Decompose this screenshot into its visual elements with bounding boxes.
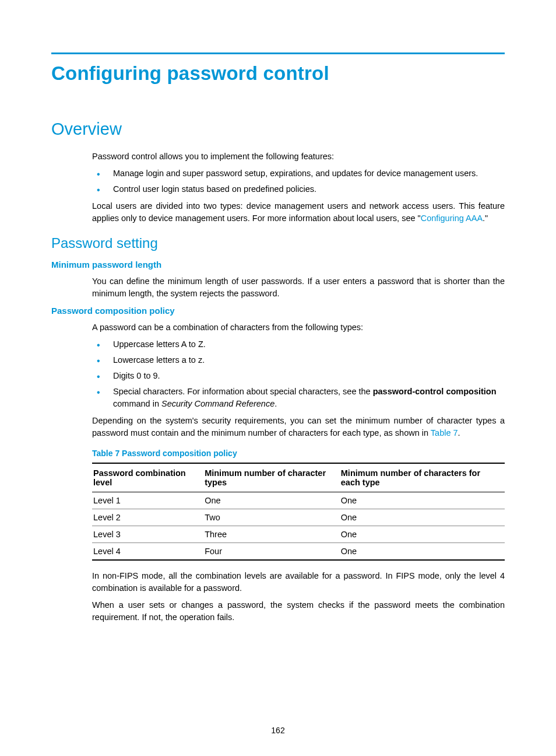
cell-level: Level 4 xyxy=(92,543,203,561)
password-setting-heading: Password setting xyxy=(51,235,505,251)
cell-chars: One xyxy=(340,492,505,509)
composition-after2: When a user sets or changes a password, … xyxy=(92,599,505,624)
overview-intro: Password control allows you to implement… xyxy=(92,150,505,163)
text: . xyxy=(458,428,460,438)
table-row: Level 4 Four One xyxy=(92,543,505,561)
cell-level: Level 1 xyxy=(92,492,203,509)
min-length-para: You can define the minimum length of use… xyxy=(92,275,505,300)
cell-types: Four xyxy=(203,543,340,561)
list-item: Digits 0 to 9. xyxy=(92,370,505,382)
overview-heading: Overview xyxy=(51,120,505,139)
table-row: Level 1 One One xyxy=(92,492,505,509)
list-item: Uppercase letters A to Z. xyxy=(92,338,505,351)
page-number: 162 xyxy=(0,726,556,735)
composition-bullets: Uppercase letters A to Z. Lowercase lett… xyxy=(92,338,505,410)
table-header: Minimum number of characters for each ty… xyxy=(340,463,505,492)
min-length-heading: Minimum password length xyxy=(51,260,505,270)
text: ." xyxy=(483,214,488,223)
table-header: Minimum number of character types xyxy=(203,463,340,492)
bold-text: password-control composition xyxy=(373,387,497,396)
list-item: Control user login status based on prede… xyxy=(92,183,505,195)
text: Special characters. For information abou… xyxy=(113,387,373,396)
italic-text: Security Command Reference xyxy=(161,399,275,408)
list-item: Lowercase letters a to z. xyxy=(92,354,505,366)
link-configuring-aaa[interactable]: Configuring AAA xyxy=(421,214,483,223)
overview-para2: Local users are divided into two types: … xyxy=(92,200,505,225)
cell-level: Level 2 xyxy=(92,509,203,526)
text: command in xyxy=(113,399,161,408)
cell-level: Level 3 xyxy=(92,526,203,543)
table-row: Level 3 Three One xyxy=(92,526,505,543)
page-title: Configuring password control xyxy=(51,62,505,85)
composition-intro: A password can be a combination of chara… xyxy=(92,321,505,334)
cell-types: Three xyxy=(203,526,340,543)
list-item: Special characters. For information abou… xyxy=(92,386,505,410)
cell-chars: One xyxy=(340,509,505,526)
top-rule xyxy=(51,52,505,54)
table-caption: Table 7 Password composition policy xyxy=(92,449,505,458)
cell-types: One xyxy=(203,492,340,509)
text: . xyxy=(275,399,277,408)
cell-chars: One xyxy=(340,543,505,561)
overview-bullets: Manage login and super password setup, e… xyxy=(92,167,505,195)
link-table-7[interactable]: Table 7 xyxy=(431,428,458,438)
composition-after1: In non-FIPS mode, all the combination le… xyxy=(92,570,505,594)
composition-table: Password combination level Minimum numbe… xyxy=(92,463,505,561)
composition-heading: Password composition policy xyxy=(51,306,505,316)
cell-types: Two xyxy=(203,509,340,526)
cell-chars: One xyxy=(340,526,505,543)
list-item: Manage login and super password setup, e… xyxy=(92,167,505,180)
composition-para2: Depending on the system's security requi… xyxy=(92,415,505,439)
table-header: Password combination level xyxy=(92,463,203,492)
table-row: Level 2 Two One xyxy=(92,509,505,526)
